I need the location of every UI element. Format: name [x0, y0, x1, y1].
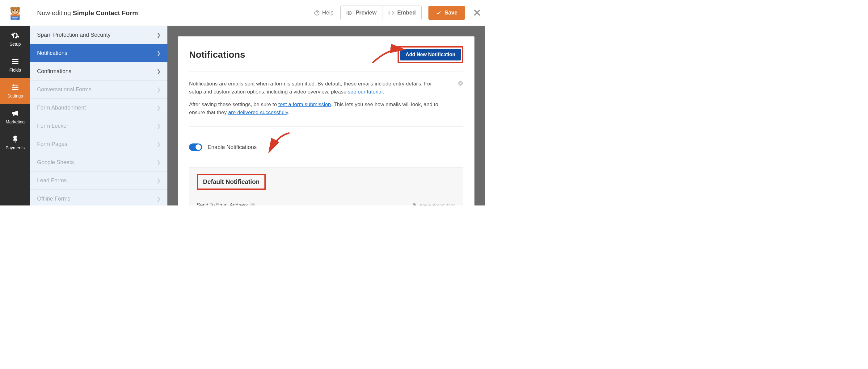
eye-icon	[346, 10, 352, 16]
enable-notifications-label: Enable Notifications	[208, 144, 257, 150]
svg-point-5	[16, 9, 17, 11]
submenu-google-sheets[interactable]: Google Sheets❯	[30, 153, 167, 172]
chevron-right-icon: ❯	[157, 105, 161, 111]
chevron-right-icon: ❯	[157, 196, 161, 202]
svg-rect-9	[12, 17, 18, 18]
submenu-confirmations[interactable]: Confirmations❯	[30, 62, 167, 80]
save-button[interactable]: Save	[428, 6, 465, 20]
smart-tags-send-to[interactable]: Show Smart Tags	[412, 203, 456, 205]
form-name: Simple Contact Form	[73, 9, 138, 16]
svg-point-12	[317, 14, 317, 14]
close-circle-icon	[458, 80, 463, 86]
code-icon	[388, 10, 394, 16]
add-notification-button[interactable]: Add New Notification	[400, 49, 461, 61]
svg-rect-10	[12, 19, 17, 19]
help-link[interactable]: Help	[311, 7, 337, 19]
app-logo[interactable]	[0, 0, 30, 26]
notification-title: Default Notification	[203, 178, 259, 185]
nav-fields[interactable]: Fields	[0, 52, 30, 78]
nav-marketing[interactable]: Marketing	[0, 104, 30, 130]
svg-rect-17	[12, 85, 19, 86]
chevron-right-icon: ❯	[157, 32, 161, 38]
svg-point-4	[13, 9, 14, 11]
svg-point-20	[13, 84, 14, 86]
settings-submenu: Spam Protection and Security❯ Notificati…	[30, 26, 167, 205]
submenu-conversational-forms[interactable]: Conversational Forms❯	[30, 80, 167, 99]
check-icon	[436, 10, 441, 16]
chevron-right-icon: ❯	[157, 87, 161, 93]
svg-point-22	[13, 89, 15, 90]
submenu-lead-forms[interactable]: Lead Forms❯	[30, 172, 167, 190]
nav-settings[interactable]: Settings	[0, 78, 30, 104]
chevron-right-icon: ❯	[157, 123, 161, 129]
preview-button[interactable]: Preview	[341, 6, 382, 20]
delivered-link[interactable]: are delivered successfully	[228, 109, 288, 115]
close-button[interactable]: ✕	[469, 7, 482, 19]
chevron-right-icon: ❯	[157, 68, 161, 74]
svg-point-21	[16, 87, 17, 88]
submenu-form-pages[interactable]: Form Pages❯	[30, 135, 167, 153]
submenu-offline-forms[interactable]: Offline Forms❯	[30, 190, 167, 205]
main-area: Notifications Add New Notification	[167, 26, 485, 205]
svg-rect-16	[12, 63, 19, 64]
add-notification-highlight: Add New Notification	[398, 46, 463, 63]
page-title: Now editing Simple Contact Form	[30, 9, 311, 16]
chevron-right-icon: ❯	[157, 50, 161, 56]
header-actions: Help Preview Embed Save ✕	[311, 5, 485, 20]
sliders-icon	[11, 83, 20, 92]
submenu-form-abandonment[interactable]: Form Abandonment❯	[30, 99, 167, 117]
gear-icon	[11, 31, 20, 40]
chevron-right-icon: ❯	[157, 178, 161, 183]
annotation-arrow-icon	[265, 131, 293, 156]
dismiss-intro-button[interactable]	[458, 79, 463, 89]
help-tooltip-icon[interactable]: ?	[250, 203, 255, 205]
panel-title: Notifications	[189, 49, 245, 60]
bullhorn-icon	[11, 109, 20, 118]
embed-button[interactable]: Embed	[382, 6, 421, 20]
svg-rect-8	[10, 14, 20, 16]
intro-block: Notifications are emails sent when a for…	[189, 72, 463, 127]
editing-prefix: Now editing	[37, 9, 73, 16]
send-to-label: Send To Email Address ?	[197, 202, 255, 205]
list-icon	[11, 57, 20, 66]
nav-payments[interactable]: $ Payments	[0, 130, 30, 156]
svg-rect-14	[12, 59, 19, 60]
header-bar: Now editing Simple Contact Form Help Pre…	[0, 0, 485, 26]
default-notification-highlight: Default Notification	[197, 174, 266, 190]
preview-embed-group: Preview Embed	[340, 5, 422, 20]
chevron-right-icon: ❯	[157, 141, 161, 147]
svg-point-13	[348, 12, 350, 13]
nav-rail: Setup Fields Settings Marketing $ Paymen…	[0, 26, 30, 205]
svg-rect-15	[12, 61, 19, 62]
svg-point-6	[14, 11, 16, 12]
enable-notifications-toggle[interactable]	[189, 143, 202, 151]
help-icon	[314, 10, 320, 16]
notification-box: Default Notification Send To Email Addre…	[189, 168, 463, 205]
submenu-notifications[interactable]: Notifications❯	[30, 44, 167, 62]
submenu-spam-protection[interactable]: Spam Protection and Security❯	[30, 26, 167, 44]
main-panel: Notifications Add New Notification	[178, 36, 474, 205]
tutorial-link[interactable]: see our tutorial	[348, 89, 382, 95]
nav-setup[interactable]: Setup	[0, 26, 30, 52]
svg-text:$: $	[13, 135, 17, 143]
tag-icon	[412, 203, 417, 205]
dollar-icon: $	[11, 135, 20, 143]
test-submission-link[interactable]: test a form submission	[278, 101, 331, 107]
svg-rect-18	[12, 87, 19, 88]
submenu-form-locker[interactable]: Form Locker❯	[30, 117, 167, 135]
chevron-right-icon: ❯	[157, 160, 161, 165]
notification-header[interactable]: Default Notification	[189, 168, 463, 196]
